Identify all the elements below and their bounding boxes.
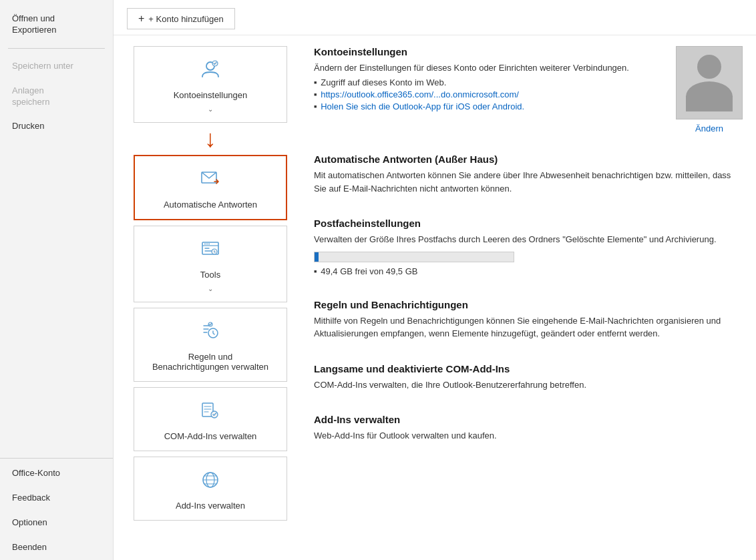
section-title-addins: Add-Ins verwalten xyxy=(314,414,743,425)
section-text-auto-reply: Mit automatischen Antworten können Sie a… xyxy=(314,169,743,195)
konto-list-item-1: Zugriff auf dieses Konto im Web. xyxy=(314,77,663,87)
konto-link-web[interactable]: https://outlook.office365.com/...do.onmi… xyxy=(321,89,519,99)
right-panel: Kontoeinstellungen Ändern der Einstellun… xyxy=(294,46,743,521)
konto-icon xyxy=(200,59,221,85)
konto-link-app[interactable]: Holen Sie sich die Outlook-App für iOS o… xyxy=(321,101,524,111)
storage-progress-fill xyxy=(315,252,319,262)
section-text-kontoeinstellungen: Ändern der Einstellungen für dieses Kont… xyxy=(314,61,663,75)
chevron-down-icon-tools: ⌄ xyxy=(208,285,213,292)
konto-list-item-3: Holen Sie sich die Outlook-App für iOS o… xyxy=(314,101,663,111)
card-tools[interactable]: Tools ⌄ xyxy=(134,226,287,302)
section-postfach: Postfacheinstellungen Verwalten der Größ… xyxy=(314,218,743,279)
postfach-storage-info: 49,4 GB frei von 49,5 GB xyxy=(314,266,743,276)
auto-reply-icon xyxy=(200,168,221,194)
arrow-down-icon: ↓ xyxy=(204,123,216,155)
sidebar-item-speichern-unter: Speichern unter xyxy=(0,54,113,79)
card-com-addins[interactable]: COM-Add-Ins verwalten xyxy=(134,387,287,451)
sidebar-bottom: Office-Konto Feedback Optionen Beenden xyxy=(0,458,113,560)
plus-icon: + xyxy=(138,13,144,25)
card-kontoeinstellungen[interactable]: Kontoeinstellungen ⌄ xyxy=(134,46,287,123)
avatar-body xyxy=(686,81,733,111)
sidebar: Öffnen und Exportieren Speichern unter A… xyxy=(0,0,114,560)
konto-list-item-2: https://outlook.office365.com/...do.onmi… xyxy=(314,89,663,99)
section-title-postfach: Postfacheinstellungen xyxy=(314,218,743,229)
card-addins-verwalten[interactable]: Add-Ins verwalten xyxy=(134,457,287,521)
sidebar-item-drucken[interactable]: Drucken xyxy=(0,114,113,139)
avatar-area: Ändern xyxy=(676,46,743,133)
section-text-addins: Web-Add-Ins für Outlook verwalten und ka… xyxy=(314,429,743,443)
section-text-regeln: Mithilfe von Regeln und Benachrichtigung… xyxy=(314,314,743,340)
sidebar-item-beenden[interactable]: Beenden xyxy=(0,535,113,560)
regeln-icon xyxy=(200,320,221,346)
section-addins: Add-Ins verwalten Web-Add-Ins für Outloo… xyxy=(314,414,743,445)
add-account-bar: + + Konto hinzufügen xyxy=(114,0,756,35)
section-kontoeinstellungen: Kontoeinstellungen Ändern der Einstellun… xyxy=(314,46,743,133)
postfach-list: 49,4 GB frei von 49,5 GB xyxy=(314,266,743,276)
add-account-button[interactable]: + + Konto hinzufügen xyxy=(127,8,235,29)
addins-icon xyxy=(200,469,221,495)
section-title-kontoeinstellungen: Kontoeinstellungen xyxy=(314,46,663,57)
main-content: + + Konto hinzufügen Kontoeinstellungen … xyxy=(114,0,756,560)
section-title-com-addins: Langsame und deaktivierte COM-Add-Ins xyxy=(314,363,743,374)
section-text-postfach: Verwalten der Größe Ihres Postfachs durc… xyxy=(314,233,743,246)
konto-list: Zugriff auf dieses Konto im Web. https:/… xyxy=(314,77,663,111)
storage-progress-bar xyxy=(314,252,514,262)
section-text-com-addins: COM-Add-Ins verwalten, die Ihre Outlook-… xyxy=(314,378,743,392)
avatar-change-link[interactable]: Ändern xyxy=(695,123,723,133)
sidebar-item-office-konto[interactable]: Office-Konto xyxy=(0,461,113,486)
content-area: Kontoeinstellungen ⌄ ↓ Automatische Antw… xyxy=(114,35,756,531)
avatar-image xyxy=(676,46,743,119)
section-title-regeln: Regeln und Benachrichtigungen xyxy=(314,299,743,310)
com-addins-icon xyxy=(200,400,221,426)
sidebar-divider-1 xyxy=(8,48,105,49)
sidebar-item-feedback[interactable]: Feedback xyxy=(0,486,113,511)
left-panel: Kontoeinstellungen ⌄ ↓ Automatische Antw… xyxy=(127,46,294,521)
sidebar-item-anlagen-speichern: Anlagen speichern xyxy=(0,79,113,115)
section-com-addins: Langsame und deaktivierte COM-Add-Ins CO… xyxy=(314,363,743,394)
tools-icon xyxy=(200,238,221,264)
card-automatische-antworten[interactable]: Automatische Antworten xyxy=(134,155,287,220)
section-title-auto-reply: Automatische Antworten (Außer Haus) xyxy=(314,154,743,165)
konto-row: Kontoeinstellungen Ändern der Einstellun… xyxy=(314,46,743,133)
avatar-head xyxy=(697,55,721,79)
sidebar-item-oeffnen-exportieren[interactable]: Öffnen und Exportieren xyxy=(0,7,113,43)
section-automatische-antworten: Automatische Antworten (Außer Haus) Mit … xyxy=(314,154,743,198)
card-regeln-benachrichtigungen[interactable]: Regeln und Benachrichtigungen verwalten xyxy=(134,308,287,382)
avatar-person xyxy=(686,55,733,111)
chevron-down-icon: ⌄ xyxy=(208,105,213,113)
sidebar-item-optionen[interactable]: Optionen xyxy=(0,511,113,535)
section-regeln: Regeln und Benachrichtigungen Mithilfe v… xyxy=(314,299,743,343)
